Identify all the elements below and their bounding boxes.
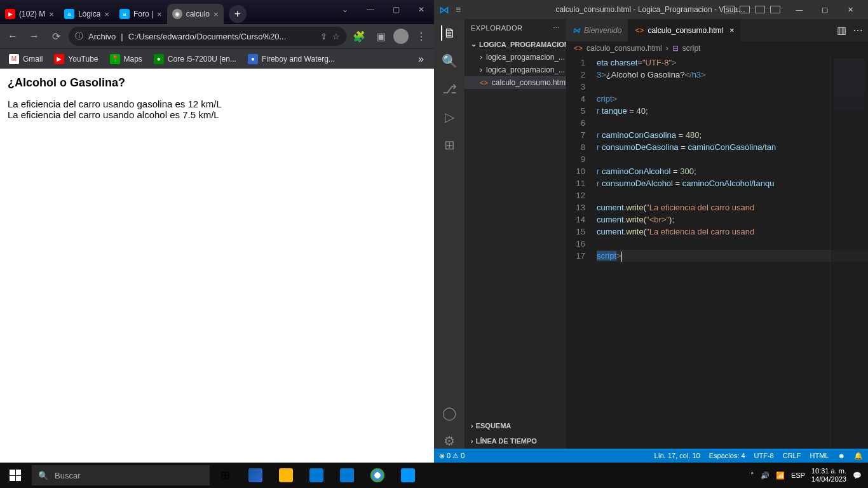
volume-icon[interactable]: 🔊 (761, 471, 770, 480)
maximize-icon[interactable]: ▢ (812, 0, 837, 19)
address-bar[interactable]: ⓘ Archivo | C:/Users/edwardo/Documents/C… (69, 27, 346, 46)
browser-tab-3[interactable]: ◉calculo× (167, 4, 224, 24)
sidebar: EXPLORADOR ⋯ ⌄LOGICA_PROGRAMACION ›logic… (465, 19, 566, 449)
star-icon[interactable]: ☆ (332, 32, 340, 41)
chrome-window-controls: ⌄ — ▢ ✕ (332, 0, 434, 19)
split-icon[interactable]: ▥ (837, 24, 846, 36)
editor-tab-welcome[interactable]: ⋈Bienvenido (566, 19, 628, 41)
bookmarks-overflow[interactable]: » (412, 53, 430, 65)
chrome-icon[interactable] (362, 463, 393, 488)
minimap[interactable] (830, 55, 868, 449)
chevron-right-icon: › (480, 53, 482, 62)
bookmark-gmail[interactable]: MGmail (4, 51, 48, 67)
chevron-down-icon[interactable]: ⌄ (332, 0, 358, 19)
breadcrumb[interactable]: <> calculo_consumo.html › ⊟ script (566, 41, 868, 55)
bookmark-youtube[interactable]: ▶YouTube (49, 51, 103, 67)
extensions-icon[interactable]: ⊞ (442, 137, 457, 152)
timeline-section[interactable]: ›LÍNEA DE TIEMPO (465, 433, 566, 449)
task-view-icon[interactable]: ⊞ (210, 463, 240, 488)
status-eol[interactable]: CRLF (783, 452, 801, 460)
chrome-toolbar: ← → ⟳ ⓘ Archivo | C:/Users/edwardo/Docum… (0, 24, 434, 48)
line-gutter: 1234567891011121314151617 (566, 55, 592, 449)
taskbar-apps: ⊞ (210, 463, 423, 488)
reload-button[interactable]: ⟳ (47, 27, 65, 45)
tray-clock[interactable]: 10:31 a. m. 14/04/2023 (811, 467, 846, 484)
search-icon: 🔍 (38, 471, 48, 480)
core-icon: ● (154, 54, 164, 64)
editor-tab-file[interactable]: <>calculo_consumo.html× (628, 19, 741, 41)
new-tab-button[interactable]: + (229, 5, 247, 23)
bookmark-maps[interactable]: 📍Maps (105, 51, 147, 67)
file-explorer-icon[interactable] (271, 463, 301, 488)
status-errors[interactable]: ⊗ 0 ⚠ 0 (439, 452, 465, 460)
status-encoding[interactable]: UTF-8 (754, 452, 774, 460)
edge-icon[interactable] (240, 463, 271, 488)
status-language[interactable]: HTML (810, 452, 829, 460)
info-icon: ⓘ (75, 30, 83, 42)
vscode-window-controls: — ▢ ✕ (787, 0, 863, 19)
vscode-icon[interactable] (393, 463, 423, 488)
status-position[interactable]: Lín. 17, col. 10 (654, 452, 700, 460)
settings-icon[interactable]: ⚙ (442, 433, 457, 449)
youtube-icon: ▶ (5, 9, 15, 19)
bell-icon[interactable]: 🔔 (854, 452, 863, 460)
maximize-icon[interactable]: ▢ (383, 0, 409, 19)
code-content[interactable]: eta charset="UTF-8">3>¿Alcohol o Gasolin… (592, 55, 868, 449)
status-spaces[interactable]: Espacios: 4 (709, 452, 745, 460)
close-icon[interactable]: × (104, 10, 109, 19)
close-icon[interactable]: × (729, 26, 734, 35)
browser-tab-2[interactable]: aForo |× (114, 4, 167, 24)
forward-button[interactable]: → (25, 27, 43, 45)
minimize-icon[interactable]: — (787, 0, 812, 19)
taskbar-search[interactable]: 🔍Buscar (32, 465, 210, 485)
vscode-logo-icon: ⋈ (439, 4, 449, 16)
wifi-icon[interactable]: 📶 (776, 471, 785, 480)
panel-icon[interactable]: ▣ (372, 27, 390, 45)
close-icon[interactable]: × (214, 10, 219, 19)
explorer-icon[interactable]: 🗎 (441, 25, 456, 41)
menu-icon[interactable]: ≡ (456, 4, 461, 15)
more-icon[interactable]: ⋯ (553, 24, 560, 32)
minimize-icon[interactable]: — (358, 0, 383, 19)
close-icon[interactable]: × (157, 10, 162, 19)
extensions-icon[interactable]: 🧩 (350, 27, 368, 45)
file-item-2[interactable]: <>calculo_consumo.html (465, 76, 566, 89)
language-icon[interactable]: ESP (791, 471, 805, 479)
close-icon[interactable]: ✕ (409, 0, 434, 19)
file-item-1[interactable]: ›logica_progamacion_... (465, 64, 566, 76)
vscode-title: calculo_consumo.html - Logica_Programaci… (556, 5, 747, 14)
page-heading: ¿Alcohol o Gasolina? (8, 76, 426, 90)
browser-tab-0[interactable]: ▶(102) M× (0, 4, 59, 24)
notifications-icon[interactable]: 💬 (853, 471, 862, 480)
menu-icon[interactable]: ⋮ (412, 27, 430, 45)
project-section[interactable]: ⌄LOGICA_PROGRAMACION (465, 37, 566, 51)
close-icon[interactable]: × (49, 10, 54, 19)
mail-icon[interactable] (332, 463, 362, 488)
file-item-0[interactable]: ›logica_progamacion_... (465, 51, 566, 64)
search-icon[interactable]: 🔍 (442, 53, 457, 69)
page-line-1: La eficiencia del carro usando gasolina … (8, 98, 426, 109)
tray-chevron-icon[interactable]: ˄ (750, 471, 754, 480)
code-editor[interactable]: 1234567891011121314151617 eta charset="U… (566, 55, 868, 449)
html-file-icon: <> (480, 79, 488, 86)
close-icon[interactable]: ✕ (837, 0, 863, 19)
source-control-icon[interactable]: ⎇ (442, 81, 457, 97)
chrome-browser: ▶(102) M× aLógica× aForo |× ◉calculo× + … (0, 0, 434, 463)
bookmark-fireboy[interactable]: ●Fireboy and Waterg... (243, 51, 340, 67)
outline-section[interactable]: ›ESQUEMA (465, 418, 566, 433)
address-url: C:/Users/edwardo/Documents/Curso%20... (128, 32, 315, 41)
start-button[interactable] (0, 463, 31, 488)
back-button[interactable]: ← (4, 27, 22, 45)
store-icon[interactable] (301, 463, 332, 488)
share-icon[interactable]: ⇪ (320, 32, 327, 41)
activity-bar: 🗎 🔍 ⎇ ▷ ⊞ ◯ ⚙ (434, 19, 465, 449)
gmail-icon: M (9, 54, 19, 64)
rendered-page: ¿Alcohol o Gasolina? La eficiencia del c… (0, 69, 434, 463)
browser-tab-1[interactable]: aLógica× (59, 4, 114, 24)
debug-icon[interactable]: ▷ (442, 109, 457, 125)
profile-avatar[interactable] (393, 29, 409, 44)
bookmark-core[interactable]: ●Core i5-7200U [en... (149, 51, 241, 67)
more-icon[interactable]: ⋯ (853, 24, 863, 36)
feedback-icon[interactable]: ☻ (837, 452, 845, 460)
account-icon[interactable]: ◯ (442, 405, 457, 421)
